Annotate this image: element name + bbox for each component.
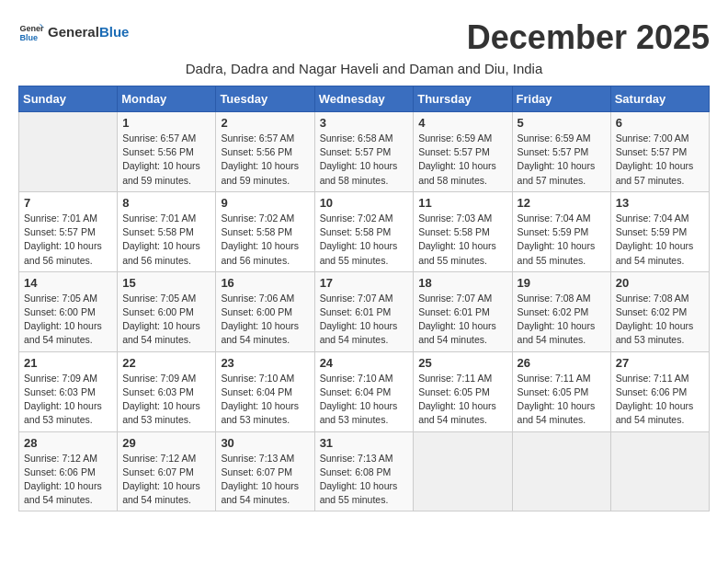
calendar-cell bbox=[414, 431, 512, 511]
calendar-cell: 3Sunrise: 6:58 AM Sunset: 5:57 PM Daylig… bbox=[314, 112, 414, 192]
calendar-cell: 18Sunrise: 7:07 AM Sunset: 6:01 PM Dayli… bbox=[414, 271, 512, 351]
day-detail: Sunrise: 7:04 AM Sunset: 5:59 PM Dayligh… bbox=[518, 212, 606, 268]
calendar-subtitle: Dadra, Dadra and Nagar Haveli and Daman … bbox=[18, 61, 710, 76]
day-number: 1 bbox=[122, 116, 210, 130]
day-detail: Sunrise: 7:13 AM Sunset: 6:07 PM Dayligh… bbox=[221, 452, 309, 508]
logo-icon: General Blue bbox=[18, 18, 44, 44]
calendar-week-5: 28Sunrise: 7:12 AM Sunset: 6:06 PM Dayli… bbox=[19, 431, 710, 511]
day-detail: Sunrise: 7:06 AM Sunset: 6:00 PM Dayligh… bbox=[221, 292, 309, 348]
calendar-cell bbox=[512, 431, 610, 511]
day-number: 31 bbox=[320, 436, 409, 450]
calendar-cell: 21Sunrise: 7:09 AM Sunset: 6:03 PM Dayli… bbox=[19, 351, 118, 431]
calendar-cell bbox=[610, 431, 709, 511]
day-number: 26 bbox=[518, 356, 606, 370]
calendar-cell: 7Sunrise: 7:01 AM Sunset: 5:57 PM Daylig… bbox=[19, 191, 118, 271]
calendar-cell: 6Sunrise: 7:00 AM Sunset: 5:57 PM Daylig… bbox=[610, 112, 709, 192]
day-detail: Sunrise: 7:02 AM Sunset: 5:58 PM Dayligh… bbox=[221, 212, 309, 268]
calendar-cell: 23Sunrise: 7:10 AM Sunset: 6:04 PM Dayli… bbox=[216, 351, 314, 431]
calendar-week-3: 14Sunrise: 7:05 AM Sunset: 6:00 PM Dayli… bbox=[19, 271, 710, 351]
day-number: 11 bbox=[418, 196, 506, 210]
day-number: 17 bbox=[320, 276, 409, 290]
calendar-cell: 5Sunrise: 6:59 AM Sunset: 5:57 PM Daylig… bbox=[512, 112, 610, 192]
calendar-cell: 16Sunrise: 7:06 AM Sunset: 6:00 PM Dayli… bbox=[216, 271, 314, 351]
calendar-header-row: SundayMondayTuesdayWednesdayThursdayFrid… bbox=[19, 86, 710, 112]
day-detail: Sunrise: 7:04 AM Sunset: 5:59 PM Dayligh… bbox=[616, 212, 704, 268]
calendar-cell: 27Sunrise: 7:11 AM Sunset: 6:06 PM Dayli… bbox=[610, 351, 709, 431]
logo-text-general: General bbox=[48, 24, 99, 40]
day-detail: Sunrise: 7:05 AM Sunset: 6:00 PM Dayligh… bbox=[122, 292, 210, 348]
header-wednesday: Wednesday bbox=[314, 86, 414, 112]
header-tuesday: Tuesday bbox=[216, 86, 314, 112]
day-number: 21 bbox=[24, 356, 112, 370]
day-number: 25 bbox=[418, 356, 506, 370]
day-detail: Sunrise: 7:08 AM Sunset: 6:02 PM Dayligh… bbox=[518, 292, 606, 348]
day-number: 5 bbox=[518, 116, 606, 130]
calendar-cell: 13Sunrise: 7:04 AM Sunset: 5:59 PM Dayli… bbox=[610, 191, 709, 271]
day-number: 27 bbox=[616, 356, 704, 370]
day-number: 24 bbox=[320, 356, 409, 370]
header-sunday: Sunday bbox=[19, 86, 118, 112]
day-detail: Sunrise: 6:57 AM Sunset: 5:56 PM Dayligh… bbox=[221, 132, 309, 188]
calendar-cell: 19Sunrise: 7:08 AM Sunset: 6:02 PM Dayli… bbox=[512, 271, 610, 351]
day-number: 8 bbox=[122, 196, 210, 210]
day-detail: Sunrise: 6:59 AM Sunset: 5:57 PM Dayligh… bbox=[518, 132, 606, 188]
calendar-cell: 30Sunrise: 7:13 AM Sunset: 6:07 PM Dayli… bbox=[216, 431, 314, 511]
day-detail: Sunrise: 7:01 AM Sunset: 5:57 PM Dayligh… bbox=[24, 212, 112, 268]
calendar-cell: 12Sunrise: 7:04 AM Sunset: 5:59 PM Dayli… bbox=[512, 191, 610, 271]
day-detail: Sunrise: 7:11 AM Sunset: 6:05 PM Dayligh… bbox=[418, 372, 506, 428]
svg-text:Blue: Blue bbox=[19, 33, 38, 42]
calendar-cell: 28Sunrise: 7:12 AM Sunset: 6:06 PM Dayli… bbox=[19, 431, 118, 511]
calendar-week-1: 1Sunrise: 6:57 AM Sunset: 5:56 PM Daylig… bbox=[19, 112, 710, 192]
calendar-cell: 11Sunrise: 7:03 AM Sunset: 5:58 PM Dayli… bbox=[414, 191, 512, 271]
day-detail: Sunrise: 6:57 AM Sunset: 5:56 PM Dayligh… bbox=[122, 132, 210, 188]
day-detail: Sunrise: 7:10 AM Sunset: 6:04 PM Dayligh… bbox=[320, 372, 409, 428]
day-detail: Sunrise: 7:09 AM Sunset: 6:03 PM Dayligh… bbox=[24, 372, 112, 428]
day-detail: Sunrise: 6:58 AM Sunset: 5:57 PM Dayligh… bbox=[320, 132, 409, 188]
calendar-cell: 22Sunrise: 7:09 AM Sunset: 6:03 PM Dayli… bbox=[118, 351, 216, 431]
day-detail: Sunrise: 7:03 AM Sunset: 5:58 PM Dayligh… bbox=[418, 212, 506, 268]
calendar-cell: 20Sunrise: 7:08 AM Sunset: 6:02 PM Dayli… bbox=[610, 271, 709, 351]
day-number: 15 bbox=[122, 276, 210, 290]
day-number: 22 bbox=[122, 356, 210, 370]
day-number: 28 bbox=[24, 436, 112, 450]
calendar-cell: 15Sunrise: 7:05 AM Sunset: 6:00 PM Dayli… bbox=[118, 271, 216, 351]
month-title: December 2025 bbox=[467, 18, 710, 57]
day-number: 23 bbox=[221, 356, 309, 370]
day-detail: Sunrise: 7:11 AM Sunset: 6:05 PM Dayligh… bbox=[518, 372, 606, 428]
day-number: 14 bbox=[24, 276, 112, 290]
day-detail: Sunrise: 6:59 AM Sunset: 5:57 PM Dayligh… bbox=[418, 132, 506, 188]
day-number: 9 bbox=[221, 196, 309, 210]
day-number: 2 bbox=[221, 116, 309, 130]
day-detail: Sunrise: 7:07 AM Sunset: 6:01 PM Dayligh… bbox=[320, 292, 409, 348]
day-detail: Sunrise: 7:05 AM Sunset: 6:00 PM Dayligh… bbox=[24, 292, 112, 348]
logo: General Blue General Blue bbox=[18, 18, 129, 44]
day-detail: Sunrise: 7:09 AM Sunset: 6:03 PM Dayligh… bbox=[122, 372, 210, 428]
day-number: 30 bbox=[221, 436, 309, 450]
header-saturday: Saturday bbox=[610, 86, 709, 112]
calendar-table: SundayMondayTuesdayWednesdayThursdayFrid… bbox=[18, 86, 710, 511]
day-number: 29 bbox=[122, 436, 210, 450]
day-number: 12 bbox=[518, 196, 606, 210]
logo-text-blue: Blue bbox=[99, 24, 130, 40]
day-detail: Sunrise: 7:11 AM Sunset: 6:06 PM Dayligh… bbox=[616, 372, 704, 428]
calendar-cell bbox=[19, 112, 118, 192]
calendar-cell: 26Sunrise: 7:11 AM Sunset: 6:05 PM Dayli… bbox=[512, 351, 610, 431]
calendar-cell: 17Sunrise: 7:07 AM Sunset: 6:01 PM Dayli… bbox=[314, 271, 414, 351]
day-number: 7 bbox=[24, 196, 112, 210]
header-friday: Friday bbox=[512, 86, 610, 112]
calendar-cell: 29Sunrise: 7:12 AM Sunset: 6:07 PM Dayli… bbox=[118, 431, 216, 511]
svg-text:General: General bbox=[19, 24, 44, 33]
day-number: 18 bbox=[418, 276, 506, 290]
day-detail: Sunrise: 7:01 AM Sunset: 5:58 PM Dayligh… bbox=[122, 212, 210, 268]
calendar-cell: 2Sunrise: 6:57 AM Sunset: 5:56 PM Daylig… bbox=[216, 112, 314, 192]
calendar-cell: 9Sunrise: 7:02 AM Sunset: 5:58 PM Daylig… bbox=[216, 191, 314, 271]
day-detail: Sunrise: 7:12 AM Sunset: 6:07 PM Dayligh… bbox=[122, 452, 210, 508]
calendar-cell: 1Sunrise: 6:57 AM Sunset: 5:56 PM Daylig… bbox=[118, 112, 216, 192]
calendar-cell: 31Sunrise: 7:13 AM Sunset: 6:08 PM Dayli… bbox=[314, 431, 414, 511]
calendar-week-2: 7Sunrise: 7:01 AM Sunset: 5:57 PM Daylig… bbox=[19, 191, 710, 271]
day-number: 4 bbox=[418, 116, 506, 130]
day-number: 16 bbox=[221, 276, 309, 290]
header-monday: Monday bbox=[118, 86, 216, 112]
calendar-week-4: 21Sunrise: 7:09 AM Sunset: 6:03 PM Dayli… bbox=[19, 351, 710, 431]
day-number: 6 bbox=[616, 116, 704, 130]
